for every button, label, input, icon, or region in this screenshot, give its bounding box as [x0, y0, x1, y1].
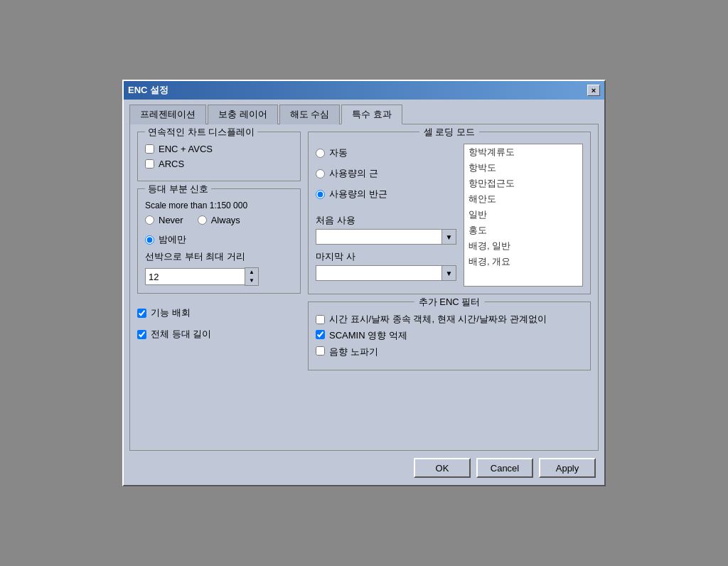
scamin-check-label: SCAMIN 영향 억제 [329, 330, 407, 342]
tab-depth[interactable]: 해도 수심 [279, 105, 341, 124]
dialog-title: ENC 설정 [128, 84, 168, 97]
buttons-row: OK Cancel Apply [124, 451, 604, 485]
auto-radio[interactable] [316, 149, 325, 158]
spinner-down[interactable]: ▼ [245, 277, 258, 285]
tab-supplemental[interactable]: 보충 레이어 [208, 105, 278, 124]
scale-text: Scale more than 1:150 000 [145, 201, 293, 210]
first-use-label: 처음 사용 [316, 214, 456, 227]
sound-checkbox[interactable] [316, 346, 325, 356]
never-label: Never [159, 215, 183, 225]
func-bypass-row: 기능 배회 [137, 306, 301, 319]
lighthouse-label: 등대 부분 신호 [145, 183, 211, 196]
first-use-input[interactable] [316, 229, 442, 245]
distance-row: ▲ ▼ [145, 267, 293, 286]
filter-label: 추가 ENC 필터 [414, 296, 485, 309]
always-radio[interactable] [198, 215, 207, 225]
cell-list[interactable]: 항박계류도항박도항만접근도해안도일반홍도배경, 일반배경, 개요 [464, 144, 583, 287]
auto-label: 자동 [329, 146, 348, 159]
sound-check-label: 음향 노파기 [329, 346, 378, 358]
func-bypass-label: 기능 배회 [151, 306, 191, 319]
cell-mode-label: 셀 로딩 모드 [419, 126, 479, 139]
usage1-row: 사용량의 근 [316, 167, 456, 180]
close-button[interactable]: × [587, 85, 600, 96]
arcs-label: ARCS [159, 159, 184, 169]
last-use-arrow[interactable]: ▼ [442, 265, 456, 281]
night-label: 밤에만 [159, 233, 186, 246]
scamin-check-row: SCAMIN 영향 억제 [316, 330, 583, 342]
usage1-label: 사용량의 근 [329, 167, 378, 180]
usage2-row: 사용량의 반근 [316, 188, 456, 201]
continuous-chart-label: 연속적인 차트 디스플레이 [145, 126, 257, 139]
night-row: 밤에만 [145, 233, 293, 246]
night-radio[interactable] [145, 235, 154, 245]
full-length-checkbox[interactable] [137, 330, 146, 339]
arcs-checkbox[interactable] [145, 159, 154, 169]
ok-button[interactable]: OK [414, 458, 471, 478]
enc-settings-dialog: ENC 설정 × 프레젠테이션 보충 레이어 해도 수심 특수 효과 연속적인 … [122, 80, 606, 486]
list-item[interactable]: 배경, 개요 [464, 254, 582, 269]
func-bypass-checkbox[interactable] [137, 309, 146, 318]
list-item[interactable]: 항만접근도 [464, 176, 582, 191]
right-panel: 셀 로딩 모드 자동 사용량의 근 사용량의 반근 [308, 132, 591, 370]
time-check-label: 시간 표시/날짜 종속 객체, 현재 시간/날짜와 관계없이 [329, 314, 547, 326]
time-checkbox[interactable] [316, 315, 325, 324]
always-label: Always [211, 215, 240, 225]
list-item[interactable]: 항박도 [464, 160, 582, 176]
lighthouse-group: 등대 부분 신호 Scale more than 1:150 000 Never… [137, 188, 301, 294]
cell-radio-col: 자동 사용량의 근 사용량의 반근 처음 사용 [316, 144, 456, 287]
continuous-chart-group: 연속적인 차트 디스플레이 ENC + AVCS ARCS [137, 132, 301, 181]
usage1-radio[interactable] [316, 169, 325, 178]
enc-avcs-row: ENC + AVCS [145, 144, 293, 154]
auto-row: 자동 [316, 146, 456, 159]
bottom-checks: 기능 배회 전체 등대 길이 [137, 306, 301, 345]
time-check-row: 시간 표시/날짜 종속 객체, 현재 시간/날짜와 관계없이 [316, 314, 583, 326]
filter-group: 추가 ENC 필터 시간 표시/날짜 종속 객체, 현재 시간/날짜와 관계없이… [308, 301, 591, 370]
never-radio[interactable] [145, 215, 154, 225]
scamin-checkbox[interactable] [316, 330, 325, 339]
list-item[interactable]: 해안도 [464, 191, 582, 207]
list-item[interactable]: 일반 [464, 207, 582, 223]
cancel-button[interactable]: Cancel [476, 458, 533, 478]
usage2-radio[interactable] [316, 190, 325, 199]
distance-input[interactable] [145, 268, 245, 285]
list-item[interactable]: 항박계류도 [464, 144, 582, 160]
first-use-section: 처음 사용 ▼ 마지막 사 ▼ [316, 214, 456, 287]
enc-avcs-checkbox[interactable] [145, 144, 154, 154]
left-panel: 연속적인 차트 디스플레이 ENC + AVCS ARCS 등대 부분 신호 S… [137, 132, 301, 370]
apply-button[interactable]: Apply [539, 458, 596, 478]
arcs-row: ARCS [145, 159, 293, 169]
last-use-dropdown: ▼ [316, 265, 456, 281]
distance-label: 선박으로 부터 최대 거리 [145, 250, 293, 263]
sound-check-row: 음향 노파기 [316, 346, 583, 358]
tab-presentation[interactable]: 프레젠테이션 [129, 105, 206, 124]
tab-special-effects[interactable]: 특수 효과 [341, 105, 402, 124]
enc-avcs-label: ENC + AVCS [159, 144, 213, 154]
last-use-label: 마지막 사 [316, 250, 456, 263]
cell-mode-group: 셀 로딩 모드 자동 사용량의 근 사용량의 반근 [308, 132, 591, 294]
never-always-row: Never Always [145, 215, 293, 229]
list-item[interactable]: 배경, 일반 [464, 238, 582, 254]
tab-content: 연속적인 차트 디스플레이 ENC + AVCS ARCS 등대 부분 신호 S… [129, 124, 599, 451]
spinner-up[interactable]: ▲ [245, 268, 258, 277]
list-item[interactable]: 홍도 [464, 223, 582, 238]
first-use-dropdown: ▼ [316, 229, 456, 245]
first-use-arrow[interactable]: ▼ [442, 229, 456, 245]
last-use-input[interactable] [316, 265, 442, 281]
full-length-row: 전체 등대 길이 [137, 328, 301, 341]
full-length-label: 전체 등대 길이 [151, 328, 211, 341]
usage2-label: 사용량의 반근 [329, 188, 387, 201]
cell-list-col: 항박계류도항박도항만접근도해안도일반홍도배경, 일반배경, 개요 [464, 144, 583, 287]
title-bar: ENC 설정 × [124, 81, 604, 100]
tabs-container: 프레젠테이션 보충 레이어 해도 수심 특수 효과 [124, 100, 604, 124]
distance-spinner: ▲ ▼ [245, 267, 259, 286]
